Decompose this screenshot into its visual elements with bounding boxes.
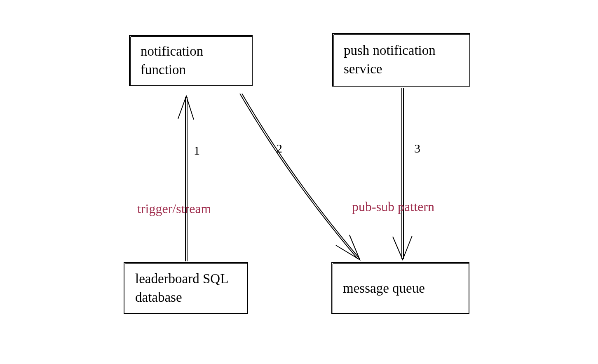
node-label: message queue <box>343 279 425 298</box>
node-push-notification-service: push notification service <box>332 33 470 87</box>
edge-label-2: 2 <box>276 141 282 155</box>
node-label: notification function <box>141 42 241 79</box>
edge-label-1: 1 <box>194 143 200 157</box>
node-message-queue: message queue <box>331 262 469 314</box>
diagram-connectors <box>0 0 598 364</box>
architecture-diagram: notification function push notification … <box>0 0 598 364</box>
annotation-trigger-stream: trigger/stream <box>137 201 211 216</box>
node-leaderboard-db: leaderboard SQL database <box>124 262 248 314</box>
node-label: push notification service <box>344 41 459 78</box>
annotation-pub-sub: pub-sub pattern <box>352 199 434 214</box>
node-notification-function: notification function <box>129 35 253 86</box>
edge-label-3: 3 <box>414 141 420 155</box>
node-label: leaderboard SQL database <box>135 270 237 306</box>
